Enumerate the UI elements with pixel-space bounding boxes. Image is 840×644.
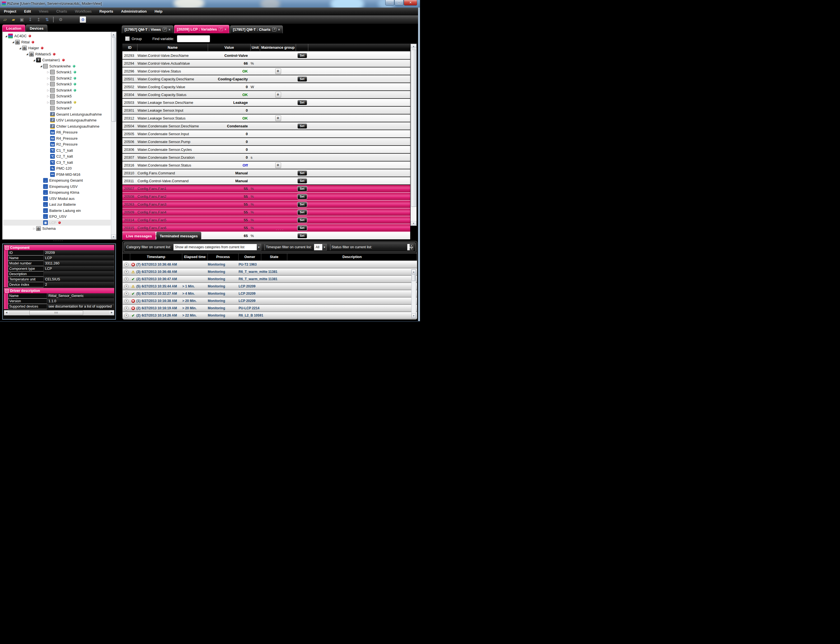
tree-item-usv-leistungsaufnahme[interactable]: JUSV Leistungsaufnahme	[3, 117, 110, 123]
tree-item-c3-t-kalt[interactable]: ℃C3_T_kalt	[3, 159, 110, 166]
tree-item-schrank1[interactable]: ▷Schrank1	[3, 69, 110, 75]
message-row[interactable]: ∨✔(5)6/27/2013 10:32:27 AM> 4 Min.Monito…	[123, 290, 417, 297]
expander-icon[interactable]: ◢	[32, 59, 36, 62]
chevron-down-icon[interactable]: ▼	[257, 244, 261, 250]
variable-row[interactable]: 20294Water.Control-Valve.ActualValue66%	[122, 60, 410, 67]
message-row[interactable]: ∨✔(2)6/27/2013 10:14:26 AM> 22 Min.Monit…	[123, 312, 417, 319]
set-button[interactable]: Set	[298, 53, 307, 58]
variable-row[interactable]: 20311Config.Control-Valve.CommandManualS…	[122, 177, 410, 185]
message-row[interactable]: ∨⚠(3)6/27/2013 10:36:48 AMMonitoringR6_T…	[123, 268, 417, 276]
chevron-down-icon[interactable]: ▼	[322, 244, 327, 250]
column-header-value[interactable]: Value	[208, 44, 251, 51]
tab-qmt-views[interactable]: [17957] QM-T : Views↗×	[122, 25, 173, 33]
expander-icon[interactable]: ◢	[11, 41, 15, 43]
expander-icon[interactable]: ▷	[46, 71, 50, 74]
tab-lcp-variables[interactable]: [20209] LCP : Variables↗×	[174, 25, 229, 33]
variable-row-selected[interactable]: 20315Config.Fans.Fan655%Set	[122, 224, 410, 232]
scroll-left-icon[interactable]: ◀	[4, 310, 9, 315]
set-button[interactable]: Set	[298, 194, 307, 199]
variable-row[interactable]: 20301Water.Leakage Sensor.Input0	[122, 107, 410, 115]
category-filter-dropdown[interactable]: Show all messages categories from curren…	[173, 244, 261, 250]
tree-item-psm-mid-m16[interactable]: MIDPSM-MID-M16	[3, 172, 110, 178]
timespan-filter-dropdown[interactable]: All ▼	[314, 244, 327, 250]
tree-item-ac4dc[interactable]: ◢AC4DC	[3, 33, 110, 39]
column-header-process[interactable]: Process	[208, 253, 238, 260]
tree-item-schrank5[interactable]: ▷Schrank5	[3, 93, 110, 99]
tree-item-einspeisung-usv[interactable]: →Einspeisung USV	[3, 184, 110, 190]
variable-row[interactable]: 20304Water.Cooling Capacity.StatusOK❄	[122, 91, 410, 99]
set-button[interactable]: Set	[298, 171, 307, 176]
scroll-down-icon[interactable]: ▼	[111, 235, 116, 239]
column-header-id[interactable]: ID	[122, 44, 138, 51]
scrollbar-thumb[interactable]	[412, 274, 416, 281]
tree-item-schrank6[interactable]: ▷Schrank6	[3, 99, 110, 105]
horizontal-splitter-grip[interactable]: ·····	[53, 240, 64, 242]
column-header-owner[interactable]: Owner	[238, 253, 261, 260]
tree-item-r2-pressure[interactable]: ΔpR2_Pressure	[3, 141, 110, 148]
tree-item-c2-t-kalt[interactable]: ℃C2_T_kalt	[3, 153, 110, 159]
tree-item-lcp[interactable]: ▥LCP	[3, 220, 110, 226]
expander-icon[interactable]: ▷	[46, 101, 50, 104]
menu-administration[interactable]: Administration	[117, 8, 151, 15]
popout-icon[interactable]: ↗	[163, 28, 167, 31]
popout-icon[interactable]: ↗	[219, 28, 223, 31]
variable-row-selected[interactable]: 20508Config.Fans.Fan255%Set	[122, 193, 410, 200]
set-button[interactable]: Set	[298, 178, 307, 184]
expand-chevron-icon[interactable]: ∨	[124, 306, 128, 310]
expand-chevron-icon[interactable]: ∨	[124, 299, 128, 303]
variable-row[interactable]: 20504Water.Condensate Sensor.DescNameCon…	[122, 122, 410, 130]
set-button[interactable]: Set	[298, 210, 307, 215]
expand-chevron-icon[interactable]: ∨	[124, 292, 128, 296]
menu-edit[interactable]: Edit	[20, 8, 35, 15]
maintenance-group-icon[interactable]: ❄	[275, 162, 281, 168]
expander-icon[interactable]: ▷	[46, 77, 50, 80]
column-header-state[interactable]: State	[261, 253, 287, 260]
tree-item-pmc-120[interactable]: ∿PMC-120	[3, 165, 110, 172]
tree-item-haiger[interactable]: ◢◎Haiger	[3, 45, 110, 51]
variable-row-selected[interactable]: 20263Config.Fans.Fan355%Set	[122, 200, 410, 209]
variable-row[interactable]: 20501Water.Cooling Capacity.DescNameCool…	[122, 75, 410, 83]
report-settings-icon[interactable]: ⚙	[80, 16, 86, 23]
column-header-timestamp[interactable]: Timestamp	[130, 253, 182, 260]
set-button[interactable]: Set	[298, 217, 307, 223]
tab-live-messages[interactable]: Live messages	[122, 232, 156, 240]
message-row[interactable]: ∨✖(1)6/27/2013 10:16:38 AM> 20 Min.Monit…	[123, 297, 417, 305]
tree-item-epo-usv[interactable]: ←EPO_USV	[3, 214, 110, 220]
variable-row[interactable]: 20505Water.Condensate Sensor.Input0	[122, 130, 410, 138]
tree-item-einspeisung-klima[interactable]: →Einspeisung Klima	[3, 189, 110, 196]
column-header-unit[interactable]: Unit	[251, 44, 260, 51]
scroll-down-icon[interactable]: ▼	[412, 314, 416, 318]
variable-row[interactable]: 20506Water.Condensate Sensor.Pump0	[122, 138, 410, 146]
set-button[interactable]: Set	[298, 100, 307, 105]
menu-help[interactable]: Help	[151, 8, 166, 15]
variable-row-selected[interactable]: 20314Config.Fans.Fan555%Set	[122, 216, 410, 224]
scrollbar-thumb[interactable]	[411, 49, 417, 207]
variable-row[interactable]: 20296Water.Control-Valve.StatusOK❄	[122, 67, 410, 75]
expander-icon[interactable]: ▷	[32, 227, 36, 230]
new-project-icon[interactable]: ▱	[2, 16, 8, 23]
find-variable-input[interactable]	[177, 35, 210, 42]
variable-row[interactable]: 20312Water.Leakage Sensor.StatusOK❄	[122, 115, 410, 122]
component-section-header[interactable]: - Component	[4, 245, 114, 250]
tree-item-last-zur-batterie[interactable]: ←Last zur Batterie	[3, 202, 110, 208]
set-button[interactable]: Set	[298, 186, 307, 191]
scroll-down-icon[interactable]: ▼	[411, 221, 416, 225]
tab-terminated-messages[interactable]: Terminated messages	[156, 232, 202, 240]
maintenance-group-icon[interactable]: ❄	[275, 115, 281, 121]
maintenance-group-icon[interactable]: ❄	[275, 92, 281, 98]
variable-row[interactable]: 20316Water.Condensate Sensor.StatusOff❄	[122, 161, 410, 169]
scrollbar-thumb[interactable]	[112, 37, 116, 122]
close-icon[interactable]: ×	[278, 28, 280, 32]
message-row[interactable]: ∨✖(7)6/27/2013 10:36:48 AMMonitoringPU-T…	[123, 261, 417, 268]
menu-reports[interactable]: Reports	[95, 8, 117, 15]
tree-item-einspeisung-gesamt[interactable]: →Einspeisung Gesamt	[3, 177, 110, 184]
expander-icon[interactable]: ◢	[39, 65, 43, 67]
expander-icon[interactable]: ▷	[46, 89, 50, 92]
tree-item-schrank7[interactable]: Schrank7	[3, 105, 110, 112]
tab-location[interactable]: Location	[2, 25, 25, 32]
tree-scrollbar[interactable]: ▲ ▼	[111, 32, 116, 239]
tree-item-schema[interactable]: ▷◎Schema	[3, 225, 110, 232]
expand-chevron-icon[interactable]: ∨	[124, 263, 128, 267]
tree-item-batterie-ladung-ein[interactable]: ←Batterie Ladung ein	[3, 208, 110, 214]
tree-item-schrank3[interactable]: ▷Schrank3	[3, 81, 110, 87]
